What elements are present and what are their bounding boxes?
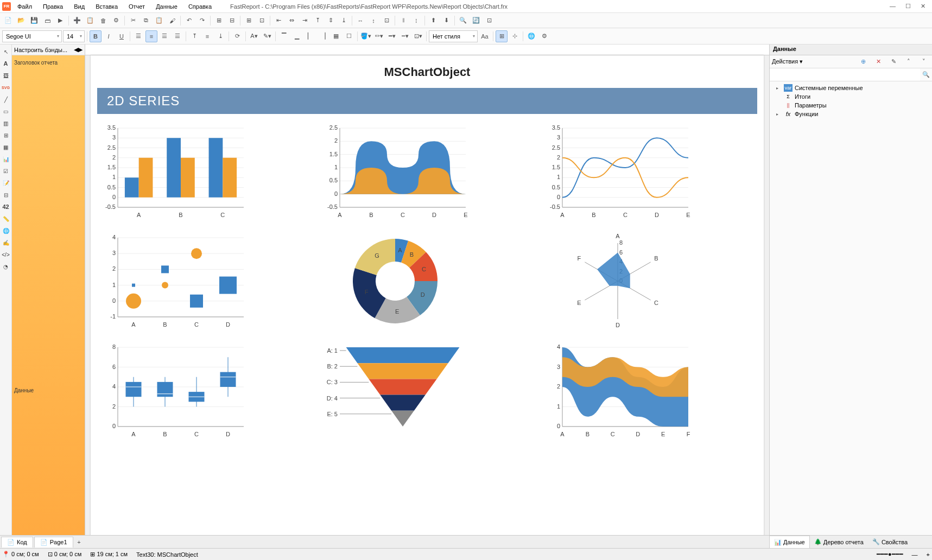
align-bottom-btn[interactable]: ⤓ (338, 15, 350, 27)
border-none[interactable]: ☐ (343, 30, 355, 42)
border-bottom[interactable]: ▁ (291, 30, 303, 42)
menu-view[interactable]: Вид (72, 2, 87, 11)
textalign-right[interactable]: ☰ (158, 30, 170, 42)
chart-svg[interactable]: -0.500.511.522.533.5ABC (97, 123, 249, 220)
rotate-button[interactable]: ⟳ (231, 30, 243, 42)
shape-tool[interactable]: ▭ (1, 106, 11, 116)
line-tool[interactable]: ╱ (1, 94, 11, 104)
newdialog-button[interactable]: 📋 (84, 15, 96, 27)
valign-top[interactable]: ⤒ (188, 30, 200, 42)
checkbox-tool[interactable]: ☑ (1, 166, 11, 176)
table-tool[interactable]: ⊞ (1, 130, 11, 140)
linewidth-button[interactable]: ━▾ (386, 30, 398, 42)
border-right[interactable]: ▕ (317, 30, 329, 42)
report-title-text[interactable]: MSChartObject (91, 55, 764, 88)
chart-object-5[interactable]: 02468ABCDEF (542, 232, 757, 335)
options-button[interactable]: ⚙ (538, 30, 550, 42)
linestyle-button[interactable]: ┅▾ (399, 30, 411, 42)
matrix-tool[interactable]: ▦ (1, 142, 11, 152)
snap-grid-button[interactable]: ⊞ (496, 30, 508, 42)
align-top-btn[interactable]: ⤒ (312, 15, 324, 27)
align-middle-btn[interactable]: ⇕ (325, 15, 337, 27)
bold-button[interactable]: B (90, 30, 102, 42)
chart-svg[interactable]: 02468ABCD (97, 342, 249, 440)
chart-tool[interactable]: 📊 (1, 154, 11, 164)
chart-svg[interactable]: -0.500.511.522.5ABCDE (319, 123, 471, 220)
menu-data[interactable]: Данные (154, 2, 180, 11)
new-button[interactable]: 📄 (2, 15, 14, 27)
group-button[interactable]: ⊞ (213, 15, 225, 27)
actions-dropdown[interactable]: Действия ▾ (772, 58, 803, 65)
data-down-icon[interactable]: ˅ (918, 56, 930, 68)
menu-edit[interactable]: Правка (41, 2, 65, 11)
fit-button[interactable]: ⊡ (256, 15, 268, 27)
chart-object-7[interactable]: A: 1B: 2C: 3D: 4E: 5 (319, 342, 535, 445)
copy-button[interactable]: ⧉ (140, 15, 152, 27)
richtext-tool[interactable]: 📝 (1, 178, 11, 188)
fontcolor-button[interactable]: A▾ (248, 30, 260, 42)
text-tool[interactable]: A (1, 59, 11, 68)
map-tool[interactable]: 🌐 (1, 226, 11, 236)
tab-properties[interactable]: 🔧 Свойства (868, 536, 912, 548)
preview-button[interactable]: ▶ (54, 15, 66, 27)
align-center-btn[interactable]: ⇔ (286, 15, 297, 27)
zoom-slider[interactable]: ━━━●━━━ (877, 551, 903, 558)
zipcode-tool[interactable]: 42 (1, 202, 11, 212)
textalign-justify[interactable]: ☰ (172, 30, 183, 42)
border-left[interactable]: ▏ (304, 30, 316, 42)
band-data[interactable]: Данные (14, 387, 34, 393)
data-tree[interactable]: ▸varСистемные переменные ΣИтоги ||Параме… (770, 81, 932, 120)
border-all[interactable]: ▦ (330, 30, 342, 42)
section-bar[interactable]: 2D SERIES (97, 88, 757, 114)
tree-functions[interactable]: ▸fxФункции (772, 110, 930, 118)
deletepage-button[interactable]: 🗑 (97, 15, 109, 27)
chart-object-0[interactable]: -0.500.511.522.533.5ABC (97, 123, 313, 226)
open-button[interactable]: 📂 (15, 15, 27, 27)
same-height-btn[interactable]: ↕ (367, 15, 379, 27)
space-h-btn[interactable]: ⫴ (397, 15, 409, 27)
textalign-left[interactable]: ☰ (132, 30, 144, 42)
menu-help[interactable]: Справка (186, 2, 214, 11)
tab-report-tree[interactable]: 🌲 Дерево отчета (810, 536, 868, 548)
borderstyle-button[interactable]: ⊡▾ (412, 30, 424, 42)
close-icon[interactable]: ✕ (921, 3, 925, 10)
chart-object-4[interactable]: ABCDEFG (319, 232, 535, 335)
styles-button[interactable]: Aa (479, 30, 491, 42)
pointer-tool[interactable]: ↖ (1, 47, 11, 56)
format-painter-button[interactable]: 🖌 (166, 15, 178, 27)
chart-object-6[interactable]: 02468ABCD (97, 342, 313, 445)
align-left-btn[interactable]: ⇤ (272, 15, 284, 27)
border-top[interactable]: ▔ (278, 30, 290, 42)
underline-button[interactable]: U (116, 30, 128, 42)
pagesetup-button[interactable]: ⚙ (110, 15, 122, 27)
textalign-center[interactable]: ≡ (145, 30, 157, 42)
chart-object-2[interactable]: -0.500.511.522.533.5ABCDE (542, 123, 757, 226)
chart-object-1[interactable]: -0.500.511.522.5ABCDE (319, 123, 535, 226)
tab-page1[interactable]: 📄Page1 (34, 537, 73, 548)
grid-button[interactable]: ⊞ (243, 15, 255, 27)
html-tool[interactable]: </> (1, 250, 11, 259)
tree-totals[interactable]: ΣИтоги (772, 92, 930, 101)
picture-tool[interactable]: 🖼 (1, 71, 11, 80)
saveall-button[interactable]: 🗃 (41, 15, 53, 27)
tree-sysvars[interactable]: ▸varСистемные переменные (772, 84, 930, 92)
select-lang-button[interactable]: 🌐 (525, 30, 537, 42)
valign-middle[interactable]: ≡ (201, 30, 213, 42)
chart-object-3[interactable]: -101234ABCD (97, 232, 313, 335)
chart-svg[interactable]: ABCDEFG (319, 232, 471, 330)
minimize-icon[interactable]: — (890, 3, 896, 10)
ungroup-button[interactable]: ⊟ (226, 15, 238, 27)
style-combo[interactable]: Нет стиля (429, 30, 478, 42)
data-up-icon[interactable]: ˄ (903, 56, 915, 68)
band-report-header[interactable]: Заголовок отчета (14, 60, 58, 66)
send-back-btn[interactable]: ⬇ (440, 15, 452, 27)
same-width-btn[interactable]: ↔ (354, 15, 366, 27)
barcode-tool[interactable]: ▥ (1, 118, 11, 128)
data-edit-icon[interactable]: ✎ (887, 56, 899, 68)
undo-button[interactable]: ↶ (183, 15, 195, 27)
space-v-btn[interactable]: ⫶ (410, 15, 422, 27)
menu-file[interactable]: Файл (15, 2, 34, 11)
linecolor-button[interactable]: ✏▾ (373, 30, 385, 42)
select-all-button[interactable]: ⊡ (483, 15, 495, 27)
italic-button[interactable]: I (103, 30, 115, 42)
